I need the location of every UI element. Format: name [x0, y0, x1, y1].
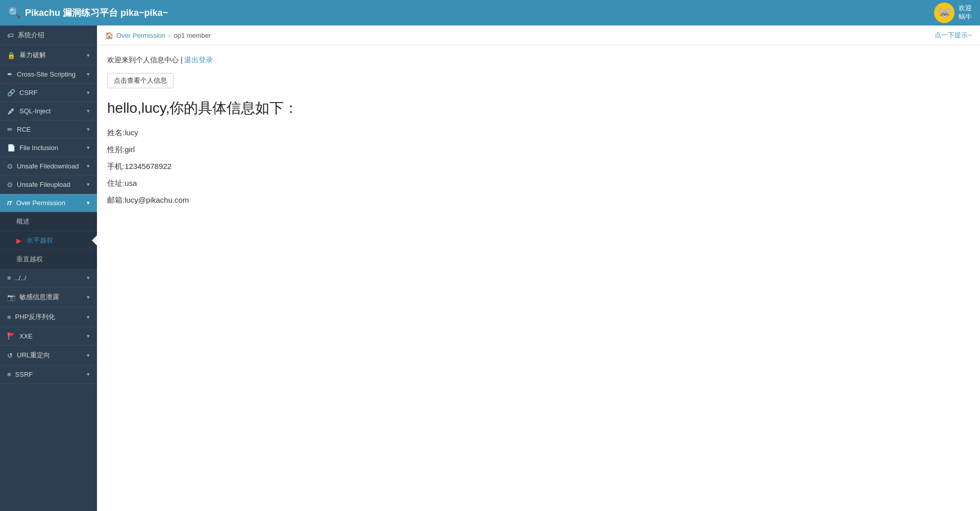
info-email-label: 邮箱:	[107, 196, 125, 204]
main: 🏠 Over Permission › op1 member 点一下提示~ 欢迎…	[97, 26, 980, 511]
lock-icon: 🔒	[7, 52, 15, 59]
info-address-label: 住址:	[107, 179, 125, 187]
chevron-over-permission: ▾	[87, 200, 90, 206]
layout: 🏷 系统介绍 🔒 暴力破解 ▾ ✒ Cross-Site Scripting ▾…	[0, 26, 980, 511]
url-icon: ↺	[7, 352, 13, 359]
over-permission-icon: IT	[7, 200, 12, 206]
sidebar-item-intro[interactable]: 🏷 系统介绍	[0, 26, 97, 45]
sidebar-sub-overview[interactable]: 概述	[0, 212, 97, 231]
chevron-xss: ▾	[87, 71, 90, 78]
header: 🔍 Pikachu 漏洞练习平台 pika~pika~ 🐭 欢迎 蜗牛	[0, 0, 980, 26]
chevron-brute: ▾	[87, 52, 90, 59]
path-icon: ≡	[7, 274, 11, 282]
info-email: 邮箱:lucy@pikachu.com	[107, 196, 970, 205]
avatar: 🐭	[934, 3, 954, 23]
user-greeting: hello,lucy,你的具体信息如下：	[107, 99, 970, 118]
info-gender: 性别:girl	[107, 145, 970, 155]
inject-icon: 💉	[7, 107, 15, 115]
sidebar-sub-horizontal[interactable]: ▶ 水平越权	[0, 231, 97, 250]
chevron-file-inclusion: ▾	[87, 144, 90, 151]
sidebar: 🏷 系统介绍 🔒 暴力破解 ▾ ✒ Cross-Site Scripting ▾…	[0, 26, 97, 511]
link-icon: 🔗	[7, 89, 15, 96]
hint-link[interactable]: 点一下提示~	[935, 31, 972, 40]
view-info-button[interactable]: 点击查看个人信息	[107, 73, 174, 88]
header-title: 🔍 Pikachu 漏洞练习平台 pika~pika~	[8, 7, 168, 19]
info-name: 姓名:lucy	[107, 128, 970, 138]
sidebar-item-php[interactable]: ≡ PHP反序列化 ▾	[0, 307, 97, 327]
breadcrumb-parent[interactable]: Over Permission	[116, 32, 165, 39]
logout-link[interactable]: 退出登录	[184, 56, 213, 64]
info-address-value: usa	[125, 179, 137, 187]
info-name-label: 姓名:	[107, 128, 125, 137]
breadcrumb: 🏠 Over Permission › op1 member	[105, 32, 211, 39]
chevron-sensitive: ▾	[87, 294, 90, 301]
chevron-csrf: ▾	[87, 89, 90, 96]
pen-icon: ✒	[7, 70, 13, 78]
breadcrumb-bar: 🏠 Over Permission › op1 member 点一下提示~	[97, 26, 980, 45]
breadcrumb-current: op1 member	[174, 32, 211, 39]
info-name-value: lucy	[125, 128, 138, 137]
sidebar-item-fileupload[interactable]: ⊙ Unsafe Fileupload ▾	[0, 176, 97, 194]
camera-icon: 📷	[7, 294, 15, 301]
sidebar-item-csrf[interactable]: 🔗 CSRF ▾	[0, 84, 97, 102]
sidebar-sub-vertical[interactable]: 垂直越权	[0, 250, 97, 269]
chevron-sql: ▾	[87, 108, 90, 114]
chevron-fileupload: ▾	[87, 181, 90, 188]
chevron-url: ▾	[87, 352, 90, 359]
sidebar-item-file-inclusion[interactable]: 📄 File Inclusion ▾	[0, 139, 97, 157]
welcome-bar: 欢迎来到个人信息中心 | 退出登录	[107, 56, 970, 65]
sidebar-item-sql[interactable]: 💉 SQL-Inject ▾	[0, 102, 97, 120]
header-right: 🐭 欢迎 蜗牛	[934, 3, 972, 23]
chevron-ssrf: ▾	[87, 371, 90, 378]
download-icon: ⊙	[7, 162, 13, 170]
upload-icon: ⊙	[7, 181, 13, 188]
sidebar-item-xxe[interactable]: 🚩 XXE ▾	[0, 327, 97, 346]
chevron-path: ▾	[87, 275, 90, 281]
header-username: 欢迎 蜗牛	[959, 4, 972, 21]
chevron-xxe: ▾	[87, 333, 90, 339]
sidebar-item-rce[interactable]: ✏ RCE ▾	[0, 120, 97, 139]
rce-icon: ✏	[7, 126, 13, 133]
info-gender-label: 性别:	[107, 145, 125, 154]
file-icon: 📄	[7, 144, 15, 152]
info-phone-label: 手机:	[107, 162, 125, 171]
chevron-php: ▾	[87, 314, 90, 321]
sidebar-item-path[interactable]: ≡ ../../ ▾	[0, 269, 97, 287]
home-icon: 🏠	[105, 32, 113, 39]
info-gender-value: girl	[125, 145, 135, 154]
info-phone: 手机:12345678922	[107, 162, 970, 172]
info-address: 住址:usa	[107, 179, 970, 188]
sidebar-item-sensitive[interactable]: 📷 敏感信息泄露 ▾	[0, 287, 97, 307]
active-indicator	[92, 235, 97, 246]
tag-icon: 🏷	[7, 32, 14, 39]
sidebar-item-brute[interactable]: 🔒 暴力破解 ▾	[0, 45, 97, 65]
breadcrumb-separator: ›	[168, 32, 170, 39]
search-icon: 🔍	[8, 7, 21, 19]
sidebar-item-filedownload[interactable]: ⊙ Unsafe Filedownload ▾	[0, 157, 97, 176]
active-arrow-icon: ▶	[16, 237, 21, 245]
chevron-filedownload: ▾	[87, 163, 90, 169]
content: 欢迎来到个人信息中心 | 退出登录 点击查看个人信息 hello,lucy,你的…	[97, 45, 980, 511]
sidebar-item-over-permission[interactable]: IT Over Permission ▾	[0, 194, 97, 212]
sidebar-item-url[interactable]: ↺ URL重定向 ▾	[0, 346, 97, 366]
chevron-rce: ▾	[87, 126, 90, 133]
over-permission-submenu: 概述 ▶ 水平越权 垂直越权	[0, 212, 97, 269]
php-icon: ≡	[7, 313, 11, 321]
sidebar-item-xss[interactable]: ✒ Cross-Site Scripting ▾	[0, 65, 97, 84]
xxe-icon: 🚩	[7, 332, 15, 340]
info-phone-value: 12345678922	[125, 162, 172, 171]
ssrf-icon: ≡	[7, 371, 11, 378]
sidebar-item-ssrf[interactable]: ≡ SSRF ▾	[0, 366, 97, 384]
info-email-value: lucy@pikachu.com	[125, 196, 189, 204]
